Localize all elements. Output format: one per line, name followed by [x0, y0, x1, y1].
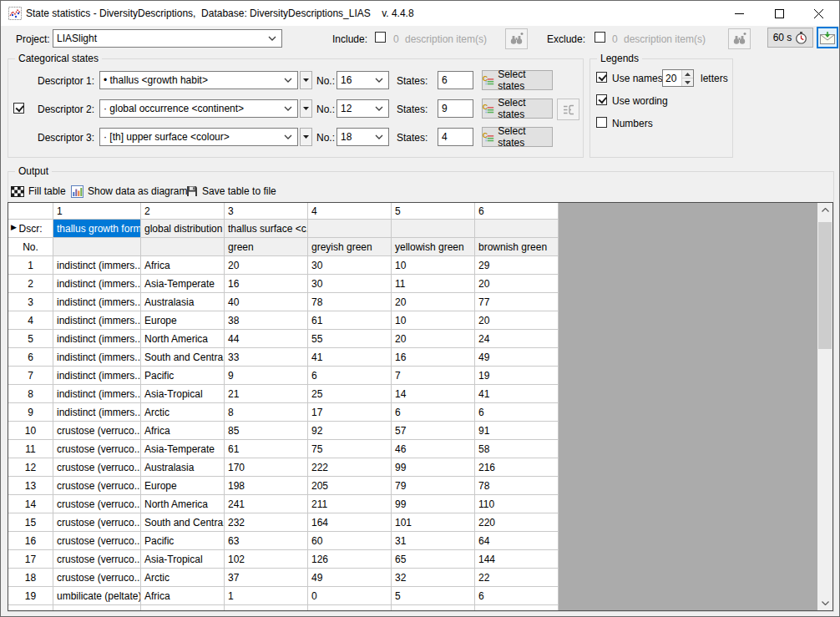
descriptor-1-dropdown-button[interactable]: [300, 71, 312, 89]
table-cell[interactable]: Asia-Temperate: [141, 605, 225, 611]
descriptor-2-no-select[interactable]: 12: [337, 99, 389, 118]
table-cell[interactable]: Asia-Tropical: [141, 550, 225, 569]
descriptor-1-no-select[interactable]: 16: [337, 71, 389, 89]
table-cell[interactable]: 1: [225, 587, 308, 605]
table-cell[interactable]: South and Centra...: [141, 513, 225, 532]
table-cell[interactable]: 11: [392, 275, 475, 293]
table-cell[interactable]: 91: [475, 422, 559, 440]
table-cell[interactable]: 170: [225, 458, 308, 477]
grid-corner-cell[interactable]: [8, 203, 53, 220]
table-cell[interactable]: 241: [225, 495, 308, 513]
table-cell[interactable]: North America: [141, 330, 225, 348]
state-name-cell[interactable]: green: [225, 238, 308, 256]
select-states-button-1[interactable]: C Select states: [482, 70, 553, 90]
vertical-scrollbar[interactable]: [817, 203, 832, 610]
row-header-dscr[interactable]: Dscr:▶: [8, 220, 53, 238]
table-cell[interactable]: Asia-Tropical: [141, 385, 225, 403]
descriptor-3-select[interactable]: · [th] upper surface <colour>: [99, 128, 298, 146]
descriptor-name-cell[interactable]: global distribution: [141, 220, 225, 238]
scroll-down-button[interactable]: [817, 596, 832, 610]
spinner-down-button[interactable]: [682, 78, 693, 86]
table-cell[interactable]: crustose (verruco...: [53, 422, 141, 440]
table-cell[interactable]: umbilicate (peltate): [53, 605, 141, 611]
column-header[interactable]: 2: [141, 203, 225, 220]
table-cell[interactable]: 102: [225, 550, 308, 569]
descriptor-name-cell[interactable]: [475, 220, 559, 238]
table-cell[interactable]: 58: [475, 440, 559, 458]
table-cell[interactable]: crustose (verruco...: [53, 550, 141, 569]
table-cell[interactable]: 49: [475, 348, 559, 367]
table-cell[interactable]: 75: [308, 440, 392, 458]
table-cell[interactable]: Pacific: [141, 532, 225, 550]
row-header[interactable]: 11: [8, 440, 53, 458]
table-cell[interactable]: 220: [475, 513, 559, 532]
descriptor-2-checkbox[interactable]: [13, 103, 24, 114]
row-header[interactable]: 17: [8, 550, 53, 569]
row-header[interactable]: 4: [8, 311, 53, 330]
row-header[interactable]: 20: [8, 605, 53, 611]
descriptor-2-select[interactable]: · global occurrence <continent>: [99, 99, 298, 118]
table-cell[interactable]: 77: [475, 293, 559, 311]
table-cell[interactable]: 40: [225, 293, 308, 311]
table-cell[interactable]: 61: [308, 311, 392, 330]
table-cell[interactable]: 24: [475, 330, 559, 348]
state-name-cell[interactable]: yellowish green: [392, 238, 475, 256]
table-cell[interactable]: North America: [141, 495, 225, 513]
descriptor-1-states-field[interactable]: 6: [438, 71, 473, 89]
table-cell[interactable]: crustose (verruco...: [53, 458, 141, 477]
exclude-checkbox[interactable]: [595, 32, 605, 43]
table-cell[interactable]: 232: [225, 513, 308, 532]
table-cell[interactable]: indistinct (immers...: [53, 293, 141, 311]
timer-button[interactable]: 60 s: [767, 28, 813, 48]
descriptor-name-cell[interactable]: [392, 220, 475, 238]
table-cell[interactable]: 55: [308, 330, 392, 348]
table-cell[interactable]: 41: [308, 348, 392, 367]
table-cell[interactable]: 78: [308, 293, 392, 311]
table-cell[interactable]: 65: [392, 550, 475, 569]
table-cell[interactable]: 38: [225, 311, 308, 330]
table-cell[interactable]: 9: [225, 367, 308, 385]
table-cell[interactable]: 110: [475, 495, 559, 513]
table-cell[interactable]: Asia-Temperate: [141, 440, 225, 458]
table-cell[interactable]: 10: [392, 256, 475, 275]
table-cell[interactable]: crustose (verruco...: [53, 440, 141, 458]
table-cell[interactable]: 198: [225, 477, 308, 495]
table-cell[interactable]: Australasia: [141, 458, 225, 477]
table-cell[interactable]: 20: [475, 311, 559, 330]
table-cell[interactable]: South and Centra...: [141, 348, 225, 367]
table-cell[interactable]: 99: [392, 495, 475, 513]
scroll-up-button[interactable]: [817, 203, 832, 217]
row-header[interactable]: 7: [8, 367, 53, 385]
row-header[interactable]: 12: [8, 458, 53, 477]
row-header[interactable]: 6: [8, 348, 53, 367]
spinner-up-button[interactable]: [682, 70, 693, 78]
table-cell[interactable]: 7: [392, 367, 475, 385]
include-find-button[interactable]: [505, 28, 528, 49]
table-cell[interactable]: 85: [225, 422, 308, 440]
table-cell[interactable]: 79: [392, 477, 475, 495]
table-cell[interactable]: indistinct (immers...: [53, 403, 141, 422]
table-cell[interactable]: indistinct (immers...: [53, 385, 141, 403]
descriptor-2-dropdown-button[interactable]: [300, 99, 312, 118]
table-cell[interactable]: Arctic: [141, 569, 225, 587]
table-cell[interactable]: 205: [308, 477, 392, 495]
row-header[interactable]: 18: [8, 569, 53, 587]
row-header[interactable]: 1: [8, 256, 53, 275]
table-cell[interactable]: indistinct (immers...: [53, 275, 141, 293]
descriptor-3-states-field[interactable]: 4: [438, 128, 473, 146]
table-cell[interactable]: 20: [225, 256, 308, 275]
table-cell[interactable]: 31: [392, 532, 475, 550]
table-cell[interactable]: 30: [308, 275, 392, 293]
table-cell[interactable]: 64: [475, 532, 559, 550]
descriptor-name-cell[interactable]: thallus surface <c...: [225, 220, 308, 238]
row-header[interactable]: 13: [8, 477, 53, 495]
table-cell[interactable]: 20: [392, 293, 475, 311]
column-header[interactable]: 4: [308, 203, 392, 220]
table-cell[interactable]: indistinct (immers...: [53, 348, 141, 367]
table-cell[interactable]: 20: [392, 330, 475, 348]
state-name-cell[interactable]: brownish green: [475, 238, 559, 256]
descriptor-name-cell[interactable]: [308, 220, 392, 238]
state-name-cell[interactable]: [141, 238, 225, 256]
table-cell[interactable]: 211: [308, 495, 392, 513]
column-header[interactable]: 1: [53, 203, 141, 220]
